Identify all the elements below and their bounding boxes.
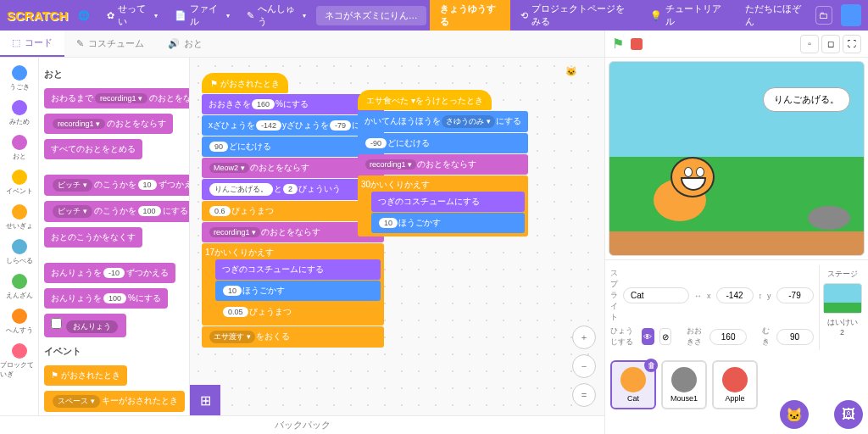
save-status[interactable]: ただちにほぞん [738, 0, 812, 32]
zoom-out-button[interactable]: − [572, 354, 596, 378]
block-palette: おと おわるまでrecording1 ▾のおとをならす recording1 ▾… [39, 58, 190, 415]
sprite-item-apple[interactable]: Apple [712, 360, 758, 409]
block-play-recording-2[interactable]: recording1 ▾のおとをならす [358, 154, 528, 175]
sprite-info-panel: スプライト ↔x ↕y ひょうじする 👁 ⊘ おおきさ むき [605, 259, 868, 355]
my-stuff-icon[interactable]: 🗀 [815, 6, 832, 25]
sprite-y-input[interactable] [776, 287, 814, 303]
fullscreen-button[interactable]: ⛶ [843, 35, 861, 53]
script-stack-2[interactable]: エサ食べた ▾をうけとったとき かいてんほうほうをさゆうのみ ▾にする -90ど… [358, 90, 528, 236]
block-move-2[interactable]: 10ほうごかす [371, 213, 525, 233]
sprite-x-input[interactable] [716, 287, 754, 303]
add-backdrop-button[interactable]: 🖼 [834, 400, 863, 429]
block-wait-2[interactable]: 0.05びょうまつ [215, 302, 381, 322]
zoom-reset-button[interactable]: = [572, 383, 596, 407]
block-play-meow[interactable]: Meow2 ▾のおとをならす [202, 158, 384, 178]
cat-events[interactable]: イベント [0, 165, 38, 200]
palette-header-sound: おと [44, 68, 184, 81]
share-button[interactable]: きょうゆうする [430, 0, 510, 33]
sprite-list: 🗑 Cat Mouse1 Apple 🐱 🖼 [605, 355, 868, 434]
block-play-until-done[interactable]: おわるまでrecording1 ▾のおとをならす [44, 88, 190, 108]
delete-sprite-button[interactable]: 🗑 [644, 359, 658, 372]
file-menu[interactable]: 📄 ファイル ▾ [168, 0, 236, 32]
scripts-workspace[interactable]: 🐱 ⚑ がおされたとき おおきさを160%にする xざひょうを-142yざひょう… [190, 58, 604, 415]
backpack-header[interactable]: バックパック [0, 415, 604, 434]
cat-control[interactable]: せいぎょ [0, 200, 38, 235]
block-play-recording[interactable]: recording1 ▾のおとをならす [202, 222, 384, 242]
block-when-key[interactable]: スペース ▾キーがおされたとき [44, 391, 185, 412]
user-avatar[interactable] [841, 4, 861, 26]
cat-looks[interactable]: みため [0, 96, 38, 131]
stage-header: ⚑ ▫ ◻ ⛶ [605, 31, 868, 58]
editor-tabs: ⬚ コード ✎ コスチューム 🔊 おと [0, 31, 604, 58]
tutorials-button[interactable]: 💡 チュートリアル [643, 0, 732, 32]
sprite-hide-button[interactable]: ⊘ [659, 328, 672, 345]
block-set-effect[interactable]: ピッチ ▾のこうかを100にする [44, 201, 190, 222]
edit-menu[interactable]: ✎ へんしゅう ▾ [240, 0, 313, 32]
stop-button[interactable] [631, 38, 643, 50]
stage-selector[interactable]: ステージ はいけい 2 [819, 265, 865, 350]
sprite-show-button[interactable]: 👁 [642, 328, 654, 345]
block-point-direction[interactable]: 90どにむける [202, 136, 384, 157]
cat-myblocks[interactable]: ブロックていぎ [0, 339, 38, 383]
settings-menu[interactable]: ✿ せってい ▾ [100, 0, 164, 32]
project-page-link[interactable]: ⟲ プロジェクトページをみる [514, 0, 641, 32]
stage-small-button[interactable]: ▫ [800, 35, 819, 53]
sprite-item-cat[interactable]: 🗑 Cat [610, 360, 656, 409]
block-next-costume-1[interactable]: つぎのコスチュームにする [215, 259, 381, 280]
tab-sounds[interactable]: 🔊 おと [156, 31, 214, 56]
block-change-volume[interactable]: おんりょうを-10ずつかえる [44, 263, 175, 283]
block-next-costume-2[interactable]: つぎのコスチュームにする [371, 192, 525, 212]
sprite-item-mouse[interactable]: Mouse1 [661, 360, 707, 409]
zoom-in-button[interactable]: + [572, 326, 596, 349]
stage-large-button[interactable]: ◻ [821, 35, 840, 53]
volume-monitor-checkbox[interactable] [51, 318, 62, 329]
block-play-sound[interactable]: recording1 ▾のおとをならす [44, 114, 173, 134]
stage-mouse-sprite[interactable] [808, 206, 850, 230]
stage-cat-sprite[interactable] [638, 150, 732, 231]
workspace-zoom-controls: + − = [572, 326, 596, 407]
block-say-secs[interactable]: りんごあげる。と2びょういう [202, 179, 384, 200]
stage-thumbnail[interactable] [823, 283, 862, 314]
sprite-direction-input[interactable] [776, 329, 814, 345]
block-when-flag[interactable]: ⚑ がおされたとき [44, 365, 127, 386]
globe-icon[interactable]: 🌐 [71, 6, 97, 25]
cat-variables[interactable]: へんすう [0, 304, 38, 339]
script-stack-1[interactable]: ⚑ がおされたとき おおきさを160%にする xざひょうを-142yざひょうを-… [202, 73, 384, 348]
block-rotation-style[interactable]: かいてんほうほうをさゆうのみ ▾にする [358, 111, 528, 132]
project-title-input[interactable]: ネコがネズミにりんごをあ… [316, 6, 426, 25]
block-clear-effects[interactable]: おとのこうかをなくす [44, 227, 142, 248]
block-set-volume[interactable]: おんりょうを100%にする [44, 288, 168, 309]
cat-sound[interactable]: おと [0, 131, 38, 165]
block-repeat-2[interactable]: 30かいくりかえす つぎのコスチュームにする 10ほうごかす [358, 175, 528, 236]
sprite-thumbnail-icon: 🐱 [565, 66, 596, 97]
block-goto-xy[interactable]: xざひょうを-142yざひょうを-79にする [202, 115, 384, 136]
speech-bubble: りんごあげる。 [763, 87, 850, 112]
sprite-name-input[interactable] [623, 287, 689, 303]
block-stop-all-sounds[interactable]: すべてのおとをとめる [44, 139, 142, 159]
sprite-size-input[interactable] [709, 329, 747, 345]
palette-header-events: イベント [44, 345, 184, 358]
cat-motion[interactable]: うごき [0, 61, 38, 96]
block-categories: うごき みため おと イベント せいぎょ しらべる えんざん へんすう ブロック… [0, 58, 39, 415]
block-set-size[interactable]: おおきさを160%にする [202, 94, 384, 114]
scratch-logo[interactable]: SCRATCH [7, 8, 68, 23]
block-broadcast[interactable]: エサ渡す ▾をおくる [202, 326, 384, 348]
block-move-1[interactable]: 10ほうごかす [215, 281, 381, 301]
add-sprite-button[interactable]: 🐱 [780, 400, 809, 429]
cat-operators[interactable]: えんざん [0, 270, 38, 304]
cat-sensing[interactable]: しらべる [0, 235, 38, 270]
hat-when-receive[interactable]: エサ食べた ▾をうけとったとき [358, 90, 492, 110]
block-change-effect[interactable]: ピッチ ▾のこうかを10ずつかえ [44, 175, 190, 196]
tab-costumes[interactable]: ✎ コスチューム [64, 31, 156, 56]
green-flag-button[interactable]: ⚑ [612, 36, 624, 52]
top-menu-bar: SCRATCH 🌐 ✿ せってい ▾ 📄 ファイル ▾ ✎ へんしゅう ▾ ネコ… [0, 0, 868, 31]
block-repeat-1[interactable]: 17かいくりかえす つぎのコスチュームにする 10ほうごかす 0.05びょうまつ [202, 243, 384, 326]
stage-canvas[interactable]: りんごあげる。 [609, 61, 865, 256]
block-point-direction-2[interactable]: -90どにむける [358, 133, 528, 153]
block-volume-reporter[interactable]: おんりょう [44, 314, 126, 337]
block-wait-1[interactable]: 0.6びょうまつ [202, 201, 384, 221]
tab-code[interactable]: ⬚ コード [0, 31, 64, 57]
hat-when-flag[interactable]: ⚑ がおされたとき [202, 73, 288, 93]
add-extension-button[interactable]: ⊞ [190, 385, 220, 415]
